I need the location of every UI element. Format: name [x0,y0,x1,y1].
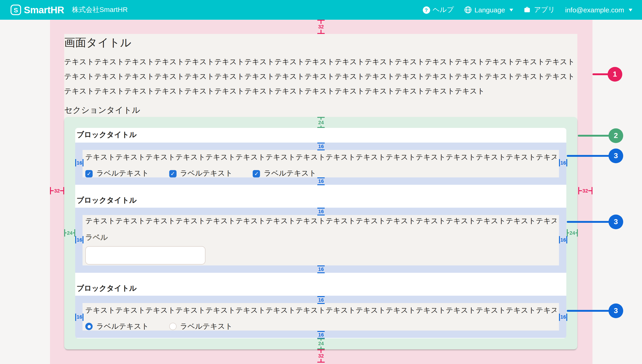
text-input[interactable] [85,246,206,264]
checkbox-label: ラベルテキスト [180,169,232,178]
block-content: テキストテキストテキストテキストテキストテキストテキストテキストテキストテキスト… [82,303,559,330]
smarthr-logo-icon: S [10,4,21,15]
apps-menu-item[interactable]: アプリ [524,6,555,14]
help-label: ヘルプ [433,6,454,14]
callout-line [567,221,611,222]
block-content: テキストテキストテキストテキストテキストテキストテキストテキストテキストテキスト… [82,215,559,265]
callout-3: 3 [608,148,623,163]
h-spacing-marker-16: 16 [75,159,82,166]
section-title: セクションタイトル [64,104,577,116]
v-spacing-marker-16: 16 [317,296,325,303]
language-label: Language [474,6,505,14]
radio-label: ラベルテキスト [180,322,232,331]
checkbox-option[interactable]: ✓ ラベルテキスト [85,169,149,178]
callout-2: 2 [608,128,623,143]
v-spacing-marker-16: 16 [317,178,325,185]
checkbox-label: ラベルテキスト [96,169,149,178]
checkbox-checked-icon[interactable]: ✓ [253,170,260,177]
v-spacing-marker-32: 32 [317,349,325,362]
block-title: ブロックタイトル [76,195,566,206]
radio-row: ラベルテキスト ラベルテキスト [85,322,556,331]
chevron-down-icon [510,8,513,11]
radio-option[interactable]: ラベルテキスト [85,322,149,331]
callout-3: 3 [608,214,623,229]
checkbox-label: ラベルテキスト [264,169,316,178]
toolbox-icon [524,6,531,14]
h-spacing-marker-32: 32 [50,187,64,194]
callout-line [567,155,611,157]
v-spacing-marker-16: 16 [317,208,325,215]
chevron-down-icon [629,8,632,11]
radio-unselected-icon[interactable] [169,323,176,330]
screenshot-canvas: 画面タイトル テキストテキストテキストテキストテキストテキストテキストテキストテ… [0,0,642,364]
callout-line [578,135,611,136]
account-email: info@example.com [565,6,624,14]
input-label: ラベル [85,232,556,242]
app-header: S SmartHR 株式会社SmartHR ? ヘルプ Language [0,0,642,20]
block-title: ブロックタイトル [76,129,566,140]
apps-label: アプリ [534,6,555,14]
header-brand: S SmartHR 株式会社SmartHR [10,4,128,15]
h-spacing-marker-16: 16 [75,313,82,321]
block-text: テキストテキストテキストテキストテキストテキストテキストテキストテキストテキスト… [85,215,556,226]
v-spacing-marker-24: 24 [317,117,325,128]
globe-icon [464,6,472,14]
v-spacing-marker-16: 16 [317,331,325,338]
block-content: テキストテキストテキストテキストテキストテキストテキストテキストテキストテキスト… [82,150,559,178]
page-title: 画面タイトル [64,34,577,50]
h-spacing-marker-16: 16 [559,313,566,321]
v-spacing-marker-16: 16 [317,142,325,150]
account-menu-item[interactable]: info@example.com [565,6,632,14]
padding-overlay-blue: テキストテキストテキストテキストテキストテキストテキストテキストテキストテキスト… [75,208,566,272]
radio-selected-icon[interactable] [85,323,93,330]
block-text: テキストテキストテキストテキストテキストテキストテキストテキストテキストテキスト… [85,304,556,316]
v-spacing-marker-16: 16 [317,265,325,272]
checkbox-checked-icon[interactable]: ✓ [85,170,93,177]
radio-option[interactable]: ラベルテキスト [169,322,232,331]
h-spacing-marker-16: 16 [559,236,566,244]
company-name: 株式会社SmartHR [72,6,128,14]
callout-3: 3 [608,304,623,318]
callout-line [592,73,610,75]
section-card: ブロックタイトル テキストテキストテキストテキストテキストテキストテキストテキス… [75,128,566,338]
block-title: ブロックタイトル [76,283,566,293]
h-spacing-marker-32: 32 [578,187,592,194]
section-container: ブロックタイトル テキストテキストテキストテキストテキストテキストテキストテキス… [64,117,577,349]
h-spacing-marker-24: 24 [567,229,578,236]
checkbox-option[interactable]: ✓ ラベルテキスト [253,169,316,178]
checkbox-checked-icon[interactable]: ✓ [169,170,176,177]
checkbox-row: ✓ ラベルテキスト ✓ ラベルテキスト ✓ ラベルテキスト [85,169,556,178]
radio-label: ラベルテキスト [96,322,149,331]
language-menu-item[interactable]: Language [464,6,513,14]
v-spacing-marker-24: 24 [317,338,325,349]
h-spacing-marker-16: 16 [559,159,566,166]
intro-paragraph: テキストテキストテキストテキストテキストテキストテキストテキストテキストテキスト… [64,54,577,98]
h-spacing-marker-24: 24 [64,229,75,236]
callout-1: 1 [608,67,622,81]
header-nav: ? ヘルプ Language アプリ [422,6,632,14]
callout-line [567,310,611,312]
v-spacing-marker-32: 32 [317,20,325,34]
smarthr-wordmark: SmartHR [24,4,64,15]
h-spacing-marker-16: 16 [75,236,82,244]
help-icon: ? [422,6,430,14]
help-menu-item[interactable]: ? ヘルプ [422,6,454,14]
checkbox-option[interactable]: ✓ ラベルテキスト [169,169,232,178]
block-text: テキストテキストテキストテキストテキストテキストテキストテキストテキストテキスト… [85,151,556,163]
